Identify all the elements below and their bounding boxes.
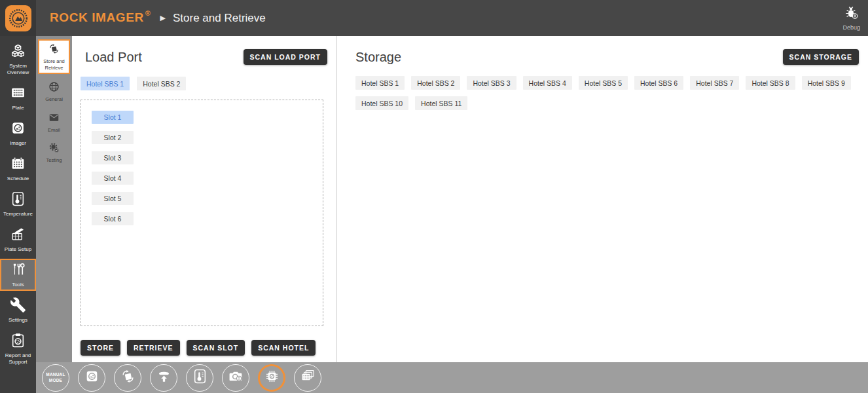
sidebar-item-report-and-support[interactable]: Report and Support [0, 329, 36, 368]
primary-sidebar: System Overview Plate [0, 36, 36, 393]
calendar-icon [10, 155, 26, 174]
subnav-item-testing[interactable]: Testing [38, 140, 70, 166]
wrench-icon [10, 297, 26, 315]
store-retrieve-icon [48, 43, 60, 57]
storage-tab-hotel-sbs-11[interactable]: Hotel SBS 11 [415, 96, 467, 110]
plate-grid-icon [10, 84, 26, 103]
imager-icon [84, 368, 100, 387]
scan-hotel-button[interactable]: SCAN HOTEL [251, 340, 316, 356]
sidebar-item-temperature[interactable]: Temperature [0, 188, 36, 220]
sidebar-item-settings[interactable]: Settings [0, 294, 36, 326]
thermometer-icon [10, 191, 26, 209]
debug-bug-icon [844, 5, 859, 24]
toolbar-manual-mode-button[interactable]: MANUAL MODE [42, 364, 69, 392]
app-header: ROCK IMAGER® ▶ Store and Retrieve Debug [0, 0, 868, 36]
slot-6-button[interactable]: Slot 6 [92, 212, 134, 225]
registered-mark: ® [145, 9, 151, 17]
camera-hourglass-icon [228, 368, 244, 387]
sidebar-item-schedule[interactable]: Schedule [0, 153, 36, 185]
storage-tab-hotel-sbs-9[interactable]: Hotel SBS 9 [802, 76, 851, 90]
toolbar-temperature-button[interactable] [186, 364, 213, 392]
scan-load-port-button[interactable]: SCAN LOAD PORT [244, 49, 328, 65]
scan-storage-button[interactable]: SCAN STORAGE [783, 49, 859, 65]
sidebar-item-plate[interactable]: Plate [0, 82, 36, 114]
store-button[interactable]: STORE [81, 340, 120, 356]
toolbar-store-retrieve-button[interactable] [114, 364, 141, 392]
clipboard-support-icon [10, 332, 26, 350]
store-retrieve-icon [120, 368, 136, 387]
plate-setup-icon [10, 226, 26, 244]
retrieve-button[interactable]: RETRIEVE [127, 340, 180, 356]
sidebar-item-label: Plate Setup [5, 246, 31, 253]
subnav-item-label: Store and Retrieve [40, 58, 68, 71]
sidebar-item-system-overview[interactable]: System Overview [0, 40, 36, 79]
eject-icon [156, 368, 172, 387]
sidebar-item-label: System Overview [1, 63, 35, 76]
storage-title: Storage [355, 50, 401, 65]
storage-tab-hotel-sbs-2[interactable]: Hotel SBS 2 [411, 76, 460, 90]
storage-tab-hotel-sbs-5[interactable]: Hotel SBS 5 [579, 76, 628, 90]
toolbar-lid-eject-button[interactable] [150, 364, 177, 392]
slot-3-button[interactable]: Slot 3 [92, 151, 134, 164]
sidebar-item-label: Tools [12, 282, 24, 288]
slot-2-button[interactable]: Slot 2 [92, 131, 134, 144]
tools-icon [10, 261, 26, 280]
main-content: Load Port SCAN LOAD PORT Hotel SBS 1 Hot… [72, 36, 868, 362]
storage-tab-hotel-sbs-1[interactable]: Hotel SBS 1 [355, 76, 405, 90]
slot-4-button[interactable]: Slot 4 [92, 172, 134, 185]
sidebar-item-label: Settings [9, 317, 27, 324]
storage-tab-hotel-sbs-10[interactable]: Hotel SBS 10 [355, 96, 408, 110]
chip-icon [264, 368, 280, 387]
subnav-item-label: General [45, 96, 63, 103]
load-port-hotel-tabs: Hotel SBS 1 Hotel SBS 2 [81, 77, 336, 90]
cubes-icon [10, 43, 26, 61]
sidebar-item-label: Report and Support [1, 352, 35, 365]
debug-button[interactable]: Debug [842, 5, 860, 31]
sidebar-item-label: Temperature [3, 211, 33, 217]
scan-slot-button[interactable]: SCAN SLOT [187, 340, 245, 356]
slot-5-button[interactable]: Slot 5 [92, 192, 134, 205]
toolbar-plate-stack-button[interactable] [294, 364, 321, 392]
slot-1-button[interactable]: Slot 1 [92, 111, 134, 124]
rock-imager-logo-icon [5, 5, 31, 31]
subnav-item-general[interactable]: General [38, 79, 70, 105]
app-window: ROCK IMAGER® ▶ Store and Retrieve Debug [0, 0, 868, 393]
storage-tab-hotel-sbs-6[interactable]: Hotel SBS 6 [634, 76, 683, 90]
plates-stack-icon [300, 368, 316, 387]
toolbar-camera-queue-button[interactable] [222, 364, 249, 392]
breadcrumb-arrow-icon: ▶ [160, 14, 166, 22]
subnav-item-email[interactable]: Email [38, 109, 70, 136]
sidebar-item-label: Schedule [7, 176, 29, 182]
storage-panel: Storage SCAN STORAGE Hotel SBS 1 Hotel S… [337, 36, 868, 362]
manual-mode-label: MANUAL MODE [46, 372, 65, 384]
sidebar-item-tools[interactable]: Tools [0, 259, 36, 291]
globe-icon [48, 81, 60, 95]
load-port-panel: Load Port SCAN LOAD PORT Hotel SBS 1 Hot… [72, 36, 336, 362]
toolbar-chip-button[interactable] [258, 364, 285, 392]
toolbar-imager-button[interactable] [78, 364, 105, 392]
subnav-item-label: Testing [46, 157, 62, 164]
load-port-title: Load Port [85, 50, 142, 65]
slot-container: Slot 1 Slot 2 Slot 3 Slot 4 Slot 5 Slot … [81, 100, 323, 326]
secondary-sidebar: Store and Retrieve General Email [36, 36, 72, 362]
envelope-icon [48, 111, 60, 126]
tab-hotel-sbs-1[interactable]: Hotel SBS 1 [81, 77, 130, 90]
storage-tab-hotel-sbs-4[interactable]: Hotel SBS 4 [523, 76, 572, 90]
storage-tab-hotel-sbs-3[interactable]: Hotel SBS 3 [467, 76, 516, 90]
storage-tab-hotel-sbs-8[interactable]: Hotel SBS 8 [746, 76, 795, 90]
storage-hotel-tabs: Hotel SBS 1 Hotel SBS 2 Hotel SBS 3 Hote… [355, 76, 859, 110]
sidebar-item-plate-setup[interactable]: Plate Setup [0, 223, 36, 255]
tab-hotel-sbs-2[interactable]: Hotel SBS 2 [137, 77, 186, 90]
imager-icon [10, 120, 26, 138]
subnav-item-label: Email [48, 127, 60, 134]
subnav-item-store-and-retrieve[interactable]: Store and Retrieve [38, 39, 70, 74]
sidebar-item-label: Plate [12, 105, 24, 111]
load-port-actions: STORE RETRIEVE SCAN SLOT SCAN HOTEL [81, 340, 316, 356]
app-title: ROCK IMAGER® [50, 10, 150, 25]
storage-tab-hotel-sbs-7[interactable]: Hotel SBS 7 [690, 76, 739, 90]
debug-label: Debug [842, 24, 860, 31]
bottom-toolbar: MANUAL MODE [36, 362, 868, 393]
sidebar-item-imager[interactable]: Imager [0, 117, 36, 149]
page-title: Store and Retrieve [173, 12, 266, 25]
sidebar-item-label: Imager [10, 140, 26, 147]
